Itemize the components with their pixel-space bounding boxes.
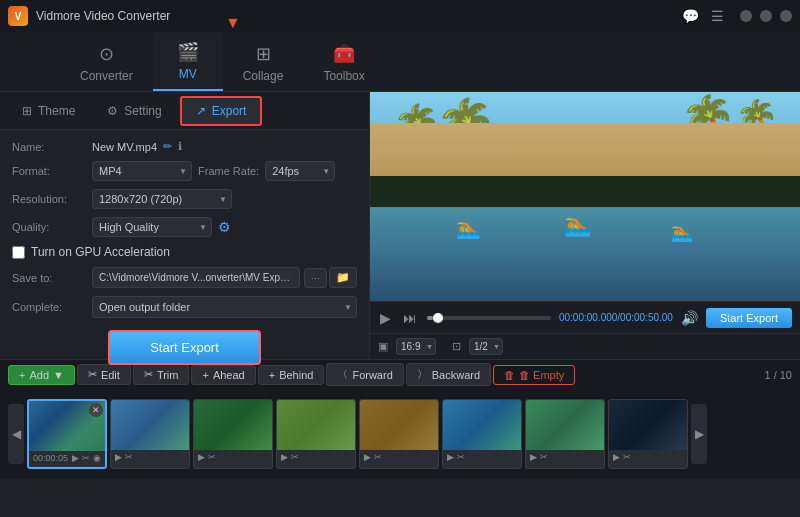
clip-6-thumb bbox=[443, 400, 521, 450]
quality-select[interactable]: High Quality bbox=[92, 217, 212, 237]
person3: 🏊 bbox=[671, 221, 693, 243]
quality-av-select-wrapper: 1/2 bbox=[469, 338, 503, 355]
ahead-button[interactable]: + Ahead bbox=[191, 365, 255, 385]
collage-icon: ⊞ bbox=[256, 43, 271, 65]
close-button[interactable]: ✕ bbox=[780, 10, 792, 22]
clip-7-thumb bbox=[526, 400, 604, 450]
quality-value-group: High Quality ⚙ bbox=[92, 217, 357, 237]
tab-collage[interactable]: ⊞ Collage bbox=[223, 35, 304, 91]
forward-label: Forward bbox=[352, 369, 392, 381]
sub-tab-setting-label: Setting bbox=[124, 104, 161, 118]
export-settings: Name: New MV.mp4 ✏ ℹ Format: MP4 Frame R… bbox=[0, 130, 369, 375]
empty-button[interactable]: 🗑 🗑 Empty bbox=[493, 365, 575, 385]
play-sm-icon: ▶ bbox=[72, 453, 79, 463]
av-controls: ▣ 16:9 ⊡ 1/2 bbox=[370, 333, 800, 359]
sub-tab-theme[interactable]: ⊞ Theme bbox=[8, 98, 89, 124]
resolution-select-wrapper: 1280x720 (720p) bbox=[92, 189, 232, 209]
folder-button[interactable]: 📁 bbox=[329, 267, 357, 288]
tab-mv[interactable]: 🎬 MV bbox=[153, 33, 223, 91]
start-export-right-button[interactable]: Start Export bbox=[706, 308, 792, 328]
info-icon[interactable]: ℹ bbox=[178, 140, 182, 153]
clip-6[interactable]: ▶ ✂ bbox=[442, 399, 522, 469]
add-label: Add bbox=[29, 369, 49, 381]
progress-bar[interactable] bbox=[427, 316, 551, 320]
resolution-value-group: 1280x720 (720p) bbox=[92, 189, 357, 209]
start-export-area: → Start Export bbox=[12, 330, 357, 365]
page-info: 1 / 10 bbox=[764, 369, 792, 381]
edit-button[interactable]: ✂ Edit bbox=[77, 364, 131, 385]
complete-row: Complete: Open output folder bbox=[12, 296, 357, 318]
skip-button[interactable]: ⏭ bbox=[401, 308, 419, 328]
quality-label: Quality: bbox=[12, 221, 92, 233]
play-sm-icon2: ▶ bbox=[115, 452, 122, 462]
clip-2-bottom: ▶ ✂ bbox=[111, 450, 189, 464]
forward-icon: 〈 bbox=[337, 367, 348, 382]
tab-converter[interactable]: ⊙ Converter bbox=[60, 35, 153, 91]
sub-tab-export[interactable]: ↗ Export bbox=[180, 96, 263, 126]
time-display: 00:00:00.000/00:00:50.00 bbox=[559, 312, 673, 323]
clip-3[interactable]: ▶ ✂ bbox=[193, 399, 273, 469]
clip-1-close[interactable]: ✕ bbox=[89, 403, 103, 417]
format-value-group: MP4 Frame Rate: 24fps bbox=[92, 161, 357, 181]
forward-button[interactable]: 〈 Forward bbox=[326, 363, 403, 386]
tab-toolbox-label: Toolbox bbox=[323, 69, 364, 83]
tab-toolbox[interactable]: 🧰 Toolbox bbox=[303, 35, 384, 91]
empty-label: 🗑 Empty bbox=[519, 369, 564, 381]
clip-2-thumb bbox=[111, 400, 189, 450]
edit-icon[interactable]: ✏ bbox=[163, 140, 172, 153]
sub-tab-theme-label: Theme bbox=[38, 104, 75, 118]
app-logo: V bbox=[8, 6, 28, 26]
toolbox-icon: 🧰 bbox=[333, 43, 355, 65]
clip-5[interactable]: ▶ ✂ bbox=[359, 399, 439, 469]
play-button[interactable]: ▶ bbox=[378, 308, 393, 328]
play-sm-icon6: ▶ bbox=[447, 452, 454, 462]
cut-sm-icon4: ✂ bbox=[291, 452, 299, 462]
aspect-select[interactable]: 16:9 bbox=[396, 338, 436, 355]
cut-sm-icon: ✂ bbox=[82, 453, 90, 463]
volume-icon[interactable]: 🔊 bbox=[681, 310, 698, 326]
ahead-icon: + bbox=[202, 369, 208, 381]
quality-av-select[interactable]: 1/2 bbox=[469, 338, 503, 355]
pool: 🏊 🏊 🏊 bbox=[370, 207, 800, 301]
trim-button[interactable]: ✂ Trim bbox=[133, 364, 190, 385]
clip-7[interactable]: ▶ ✂ bbox=[525, 399, 605, 469]
setting-icon: ⚙ bbox=[107, 104, 118, 118]
path-dots-button[interactable]: ··· bbox=[304, 268, 327, 288]
frame-rate-label: Frame Rate: bbox=[198, 165, 259, 177]
sub-tab-setting[interactable]: ⚙ Setting bbox=[93, 98, 175, 124]
timeline-prev[interactable]: ◀ bbox=[8, 404, 24, 464]
clip-8[interactable]: ▶ ✂ bbox=[608, 399, 688, 469]
clip-2[interactable]: ▶ ✂ bbox=[110, 399, 190, 469]
add-button[interactable]: + Add ▼ bbox=[8, 365, 75, 385]
behind-button[interactable]: + Behind bbox=[258, 365, 325, 385]
format-select[interactable]: MP4 bbox=[92, 161, 192, 181]
clip-1[interactable]: ✕ 00:00:05 ▶ ✂ ◉ bbox=[27, 399, 107, 469]
theme-icon: ⊞ bbox=[22, 104, 32, 118]
tab-collage-label: Collage bbox=[243, 69, 284, 83]
frame-rate-select[interactable]: 24fps bbox=[265, 161, 335, 181]
backward-button[interactable]: 〉 Backward bbox=[406, 363, 491, 386]
minimize-button[interactable]: ─ bbox=[740, 10, 752, 22]
clip-8-icons: ▶ ✂ bbox=[613, 452, 631, 462]
resolution-select[interactable]: 1280x720 (720p) bbox=[92, 189, 232, 209]
quality-select-wrapper: High Quality bbox=[92, 217, 212, 237]
gpu-checkbox[interactable] bbox=[12, 246, 25, 259]
chat-icon[interactable]: 💬 bbox=[682, 8, 699, 24]
save-path: C:\Vidmore\Vidmore V...onverter\MV Expor… bbox=[92, 267, 300, 288]
start-export-button[interactable]: Start Export bbox=[108, 330, 261, 365]
clip-4[interactable]: ▶ ✂ bbox=[276, 399, 356, 469]
main-area: ⊞ Theme ⚙ Setting ↗ Export Name: New MV.… bbox=[0, 92, 800, 359]
resolution-label: Resolution: bbox=[12, 193, 92, 205]
name-value-group: New MV.mp4 ✏ ℹ bbox=[92, 140, 357, 153]
timeline-next[interactable]: ▶ bbox=[691, 404, 707, 464]
clip-8-bottom: ▶ ✂ bbox=[609, 450, 687, 464]
maximize-button[interactable]: □ bbox=[760, 10, 772, 22]
clip-4-bottom: ▶ ✂ bbox=[277, 450, 355, 464]
trim-label: Trim bbox=[157, 369, 179, 381]
video-preview: 🌴 🌴 🌴 🌴 🏊 🏊 🏊 bbox=[370, 92, 800, 301]
complete-select[interactable]: Open output folder bbox=[92, 296, 357, 318]
quality-row: Quality: High Quality ⚙ bbox=[12, 217, 357, 237]
menu-icon[interactable]: ☰ bbox=[711, 8, 724, 24]
quality-settings-button[interactable]: ⚙ bbox=[218, 219, 231, 235]
clip-8-thumb bbox=[609, 400, 687, 450]
